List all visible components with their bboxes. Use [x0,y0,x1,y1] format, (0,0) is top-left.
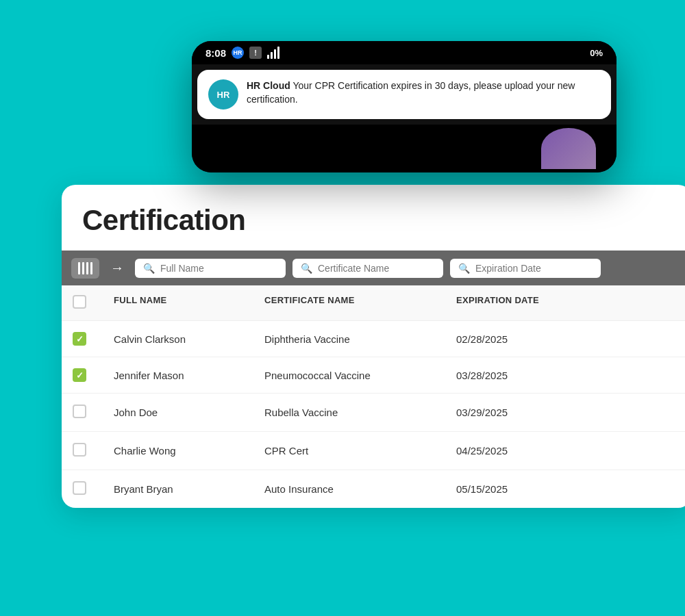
row-checkbox[interactable]: ✓ [73,368,114,382]
table-row: ✓ Calvin Clarkson Diphtheria Vaccine 02/… [62,321,685,357]
status-time: 8:08 [206,47,226,59]
expdate-search-input[interactable] [475,263,593,274]
checked-checkbox[interactable]: ✓ [73,332,86,346]
expdate-cell: 05/15/2025 [456,483,593,495]
fullname-search-icon: 🔍 [143,263,155,274]
table-row: ✓ Jennifer Mason Pneumococcal Vaccine 03… [62,357,685,394]
notification-card: HR HR Cloud Your CPR Certification expir… [197,70,611,119]
certname-search-icon: 🔍 [301,263,312,274]
columns-icon [78,262,92,274]
fullname-column-header: FULL NAME [114,295,264,311]
row-checkbox[interactable] [73,443,114,459]
status-left: 8:08 HR ! [206,47,279,59]
unchecked-checkbox[interactable] [73,481,86,495]
checkbox-header [73,295,114,311]
certname-cell: CPR Cert [264,445,456,457]
notification-icon-label: HR [217,90,230,100]
main-card: Certification → 🔍 🔍 🔍 [62,185,685,508]
arrow-button[interactable]: → [106,257,128,279]
unchecked-checkbox[interactable] [73,443,86,457]
fullname-cell: Charlie Wong [114,445,264,457]
purple-blob [541,128,596,169]
table-header: FULL NAME CERTIFICATE NAME EXPIRATION DA… [62,285,685,321]
checked-checkbox[interactable]: ✓ [73,368,86,382]
fullname-cell: Bryant Bryan [114,483,264,495]
fullname-search-field: 🔍 [135,259,286,278]
certname-cell: Pneumococcal Vaccine [264,370,456,381]
toolbar: → 🔍 🔍 🔍 [62,251,685,285]
certname-cell: Auto Insurance [264,483,456,495]
row-checkbox[interactable] [73,405,114,420]
row-checkbox[interactable]: ✓ [73,332,114,346]
certname-column-header: CERTIFICATE NAME [264,295,456,311]
expdate-column-header: EXPIRATION DATE [456,295,593,311]
certname-search-field: 🔍 [292,259,443,278]
notification-app-name: HR Cloud [247,80,290,91]
select-all-checkbox[interactable] [73,295,86,309]
fullname-cell: Jennifer Mason [114,370,264,381]
expdate-cell: 04/25/2025 [456,445,593,457]
signal-icon [267,47,279,59]
expdate-search-icon: 🔍 [458,263,470,274]
notification-app-icon: HR [208,79,238,110]
expdate-search-field: 🔍 [450,259,601,278]
phone-mockup: 8:08 HR ! 0% HR HR Cloud Your CPR Certif… [192,41,616,172]
fullname-cell: John Doe [114,407,264,418]
certname-search-input[interactable] [318,263,435,274]
table-row: Bryant Bryan Auto Insurance 05/15/2025 [62,470,685,508]
page-title: Certification [62,185,685,251]
fullname-cell: Calvin Clarkson [114,333,264,345]
expdate-cell: 03/28/2025 [456,370,593,381]
notification-message: Your CPR Certification expires in 30 day… [247,80,575,105]
phone-bottom [192,125,616,172]
phone-status-bar: 8:08 HR ! 0% [192,41,616,64]
row-checkbox[interactable] [73,481,114,497]
certname-cell: Rubella Vaccine [264,407,456,418]
certname-cell: Diphtheria Vaccine [264,333,456,345]
battery-status: 0% [590,48,603,58]
unchecked-checkbox[interactable] [73,405,86,418]
expdate-cell: 03/29/2025 [456,407,593,418]
hr-status-icon: HR [232,47,244,59]
alert-icon: ! [249,47,262,59]
certification-table: FULL NAME CERTIFICATE NAME EXPIRATION DA… [62,285,685,508]
expdate-cell: 02/28/2025 [456,333,593,345]
fullname-search-input[interactable] [160,263,277,274]
table-row: Charlie Wong CPR Cert 04/25/2025 [62,432,685,470]
notification-body: HR Cloud Your CPR Certification expires … [247,79,600,106]
columns-button[interactable] [71,258,99,279]
table-row: John Doe Rubella Vaccine 03/29/2025 [62,394,685,432]
